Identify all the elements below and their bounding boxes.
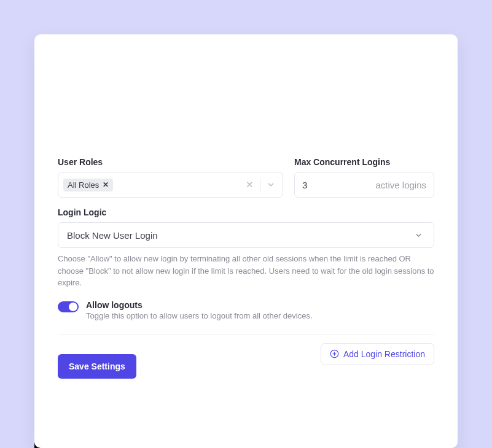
role-tag-text: All Roles: [68, 180, 99, 190]
user-roles-select[interactable]: All Roles ✕ ✕: [58, 172, 283, 198]
login-logic-helper: Choose "Allow" to allow new login by ter…: [58, 253, 434, 289]
max-logins-input[interactable]: 3 active logins: [294, 172, 434, 198]
toggle-title: Allow logouts: [86, 300, 313, 310]
toggle-knob: [69, 303, 77, 311]
max-logins-label: Max Concurrent Logins: [294, 157, 434, 167]
save-settings-button[interactable]: Save Settings: [58, 354, 136, 379]
settings-card: User Roles All Roles ✕ ✕ Max Concurrent …: [34, 34, 458, 448]
login-logic-value: Block New User Login: [67, 230, 158, 241]
add-button-label: Add Login Restriction: [343, 349, 425, 359]
clear-icon[interactable]: ✕: [243, 179, 256, 190]
add-login-restriction-button[interactable]: Add Login Restriction: [321, 343, 434, 365]
role-tag: All Roles ✕: [63, 179, 113, 191]
remove-role-icon[interactable]: ✕: [103, 180, 109, 189]
allow-logouts-toggle[interactable]: [58, 301, 79, 312]
login-logic-label: Login Logic: [58, 207, 434, 217]
plus-circle-icon: [330, 349, 339, 358]
chevron-down-icon: [412, 231, 425, 239]
max-logins-suffix: active logins: [375, 180, 426, 190]
max-logins-value: 3: [302, 180, 307, 190]
separator: [260, 179, 260, 191]
user-roles-label: User Roles: [58, 157, 283, 167]
login-logic-select[interactable]: Block New User Login: [58, 222, 434, 248]
chevron-down-icon[interactable]: [264, 180, 278, 189]
toggle-description: Toggle this option to allow users to log…: [86, 311, 313, 320]
